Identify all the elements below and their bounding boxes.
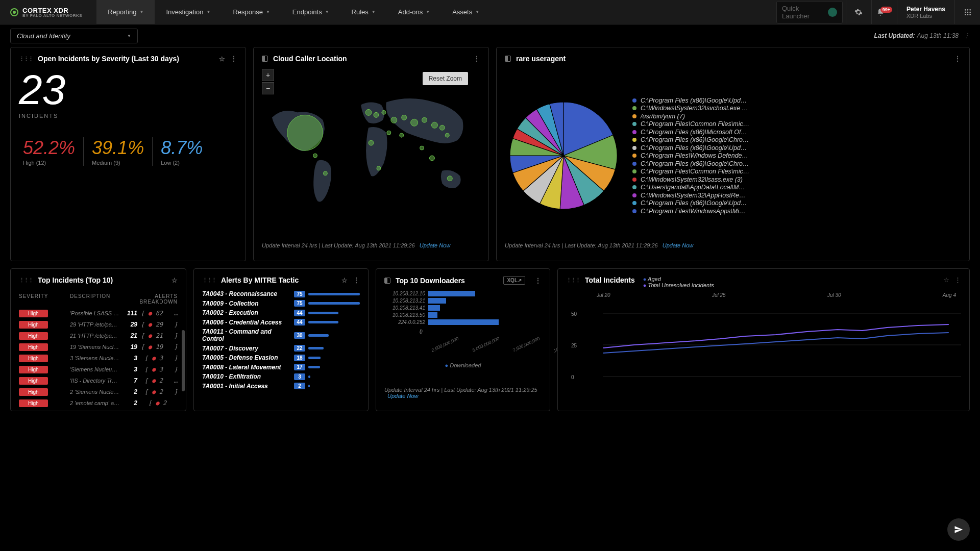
table-row[interactable]: High 21 'HTTP /etc/pass… 21 [ ● 21 ]: [19, 330, 178, 341]
widget-more-button[interactable]: ⋮: [534, 277, 542, 285]
widget-rare-useragent: rare useragent ⋮ C:\Program Files (x86)\…: [496, 47, 970, 261]
legend-item[interactable]: C:\Windows\System32\svchost.exe …: [632, 105, 961, 112]
legend-item[interactable]: C:\Windows\System32\AppHostRe…: [632, 192, 961, 199]
widget-more-button[interactable]: ⋮: [353, 276, 360, 284]
favorite-button[interactable]: ☆: [943, 276, 949, 284]
y-tick: 50: [571, 311, 577, 317]
legend-item[interactable]: C:\Program Files (x86)\Google\Upd…: [632, 199, 961, 207]
chevron-down-icon: ▼: [372, 10, 376, 14]
drag-handle-icon[interactable]: ⋮⋮⋮: [19, 56, 33, 62]
legend-text: C:\Program Files\Windows Defende…: [641, 152, 748, 159]
widget-more-button[interactable]: ⋮: [473, 55, 480, 63]
table-row[interactable]: High 'Siemens Nucleus N… 3 [ ● 3 ]: [19, 364, 178, 375]
table-row[interactable]: High 3 'Siemens Nucleus … 3 [ ● 3 ]: [19, 353, 178, 364]
update-now-link[interactable]: Update Now: [420, 242, 451, 248]
svg-point-20: [445, 133, 449, 137]
legend-item[interactable]: C:\Program Files\WindowsApps\Mi…: [632, 208, 961, 215]
mitre-row[interactable]: TA0006 - Credential Access 44: [202, 319, 360, 326]
table-row[interactable]: High 29 'HTTP /etc/pass… 29 [ ● 29 ]: [19, 319, 178, 330]
svg-point-16: [411, 119, 418, 126]
legend-text: C:\Program Files\Common Files\mic…: [641, 120, 749, 128]
legend-item[interactable]: /usr/bin/yum (7): [632, 113, 961, 120]
mitre-row[interactable]: TA0009 - Collection 75: [202, 300, 360, 307]
mitre-row[interactable]: TA0010 - Exfiltration 3: [202, 373, 360, 380]
subheader-more-button[interactable]: ⋮: [964, 32, 970, 39]
incident-desc: 19 'Siemens Nucleu…: [70, 344, 120, 350]
zoom-out-button[interactable]: −: [262, 82, 274, 94]
nav-reporting[interactable]: Reporting▼: [96, 0, 155, 24]
table-row[interactable]: High 2 'Siemens Nucleus … 2 [ ● 2 ]: [19, 386, 178, 397]
table-row[interactable]: High 'Possible LSASS me… 111 [ ● 62 …: [19, 308, 178, 319]
mitre-row[interactable]: TA0043 - Reconnaissance 75: [202, 290, 360, 297]
reset-zoom-button[interactable]: Reset Zoom: [423, 72, 468, 85]
drag-handle-icon[interactable]: ⋮⋮⋮: [19, 277, 33, 284]
favorite-button[interactable]: ☆: [172, 277, 178, 284]
mitre-row[interactable]: TA0011 - Command and Control 30: [202, 328, 360, 342]
legend-item[interactable]: C:\Program Files\Common Files\mic…: [632, 120, 961, 128]
nav-rules[interactable]: Rules▼: [340, 0, 387, 24]
last-updated-label: Last Updated:: [874, 32, 915, 39]
world-map[interactable]: + − Reset Zoom: [262, 69, 480, 242]
legend-item[interactable]: C:\Program Files (x86)\Microsoft Of…: [632, 129, 961, 136]
svg-point-5: [969, 11, 971, 13]
nav-endpoints[interactable]: Endpoints▼: [281, 0, 340, 24]
svg-point-17: [422, 117, 427, 122]
zoom-in-button[interactable]: +: [262, 69, 274, 81]
legend-item[interactable]: C:\Program Files\Windows Defende…: [632, 152, 961, 159]
user-menu[interactable]: Peter Havens XDR Labs: [897, 0, 954, 24]
nav-assets[interactable]: Assets▼: [441, 0, 491, 24]
legend-item[interactable]: C:\Program Files (x86)\Google\Upd…: [632, 144, 961, 152]
mitre-count: 44: [294, 310, 305, 316]
widget-more-button[interactable]: ⋮: [230, 55, 237, 63]
widget-more-button[interactable]: ⋮: [954, 276, 961, 284]
downloader-row[interactable]: 224.0.0.252: [384, 319, 542, 325]
widget-more-button[interactable]: ⋮: [954, 55, 961, 63]
table-row[interactable]: High 19 'Siemens Nucleu… 19 [ ● 19 ]: [19, 341, 178, 353]
brand-logo[interactable]: CORTEX XDR BY PALO ALTO NETWORKS: [0, 7, 96, 18]
favorite-button[interactable]: ☆: [341, 277, 348, 284]
drag-handle-icon[interactable]: ⋮⋮⋮: [566, 277, 580, 284]
table-row[interactable]: High 2 'emotet camp' ale… 2 [ ● 2: [19, 397, 178, 409]
legend-item[interactable]: C:\Program Files (x86)\Google\Chro…: [632, 160, 961, 167]
nav-label: Endpoints: [292, 8, 322, 16]
mitre-row[interactable]: TA0005 - Defense Evasion 18: [202, 354, 360, 361]
table-row[interactable]: High 'IIS - Directory Trav… 7 [ ● 2 …: [19, 375, 178, 386]
legend-item[interactable]: C:\Program Files (x86)\Google\Upd…: [632, 97, 961, 104]
downloader-row[interactable]: 10.208.213.41: [384, 305, 542, 311]
update-now-link[interactable]: Update Now: [663, 242, 694, 248]
legend-item[interactable]: C:\Program Files\Common Files\mic…: [632, 168, 961, 175]
legend-text: /usr/bin/yum (7): [641, 113, 685, 120]
dashboard-selector[interactable]: Cloud and Identity ▼: [10, 29, 138, 43]
subheader: Cloud and Identity ▼ Last Updated: Aug 1…: [0, 24, 980, 47]
downloader-row[interactable]: 10.208.213.50: [384, 312, 542, 318]
mitre-count: 2: [294, 383, 305, 389]
notifications-button[interactable]: 99+: [871, 0, 897, 24]
legend-item[interactable]: C:\Users\gandalf\AppData\Local\M…: [632, 184, 961, 191]
drag-handle-icon[interactable]: ⋮⋮⋮: [202, 277, 216, 284]
mitre-row[interactable]: TA0008 - Lateral Movement 17: [202, 364, 360, 371]
nav-response[interactable]: Response▼: [222, 0, 281, 24]
xql-button[interactable]: XQL↗: [503, 276, 525, 285]
widget-type-icon: [505, 56, 511, 62]
update-now-link[interactable]: Update Now: [387, 393, 419, 399]
quick-launcher-input[interactable]: Quick Launcher: [776, 1, 843, 23]
nav-add-ons[interactable]: Add-ons▼: [387, 0, 441, 24]
mitre-row[interactable]: TA0007 - Discovery 22: [202, 345, 360, 352]
nav-investigation[interactable]: Investigation▼: [155, 0, 222, 24]
settings-button[interactable]: [846, 0, 871, 24]
incident-count: 23: [19, 69, 237, 111]
mitre-bar: [308, 385, 310, 387]
y-tick: 25: [571, 343, 577, 348]
favorite-button[interactable]: ☆: [219, 55, 225, 63]
scrollbar-thumb[interactable]: [182, 330, 185, 391]
legend-item[interactable]: C:\Program Files (x86)\Google\Chro…: [632, 136, 961, 143]
mitre-row[interactable]: TA0002 - Execution 44: [202, 309, 360, 316]
downloader-row[interactable]: 10.208.213.21: [384, 298, 542, 304]
nav-label: Assets: [452, 8, 472, 16]
mitre-row[interactable]: TA0001 - Initial Access 2: [202, 383, 360, 390]
downloader-row[interactable]: 10.208.212.10: [384, 291, 542, 296]
mitre-bar: [308, 375, 310, 378]
apps-button[interactable]: [954, 0, 980, 24]
legend-item[interactable]: C:\Windows\System32\lsass.exe (3): [632, 176, 961, 183]
help-fab-button[interactable]: [947, 518, 970, 541]
